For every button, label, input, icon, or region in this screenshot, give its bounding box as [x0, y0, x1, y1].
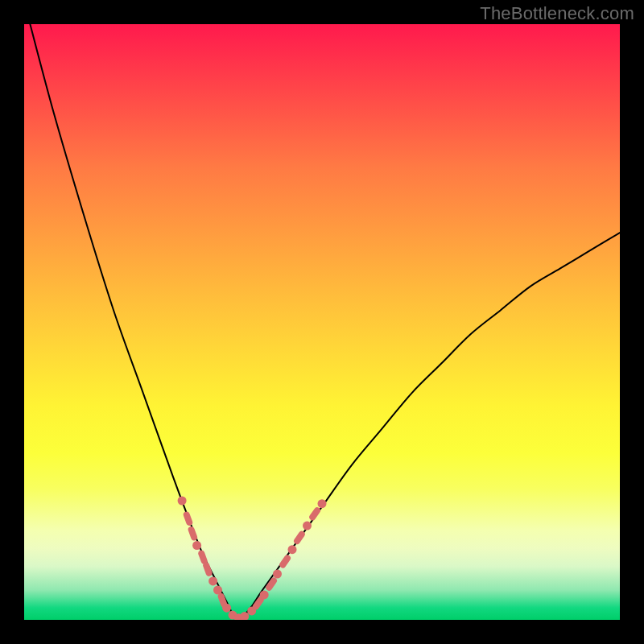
curve-marker	[288, 545, 297, 554]
curve-markers	[178, 497, 327, 621]
curve-marker	[183, 510, 194, 526]
curve-layer	[24, 24, 620, 620]
curve-marker	[303, 522, 312, 530]
curve-marker	[188, 526, 199, 542]
curve-marker	[208, 576, 217, 585]
curve-marker	[318, 499, 327, 508]
curve-marker	[202, 561, 213, 577]
curve-marker	[240, 612, 249, 620]
curve-marker	[178, 497, 187, 506]
curve-marker	[192, 541, 201, 550]
bottleneck-curve	[30, 24, 620, 620]
curve-marker	[222, 604, 231, 613]
curve-marker	[273, 570, 282, 579]
chart-frame: TheBottleneck.com	[0, 0, 644, 644]
curve-marker	[260, 590, 269, 599]
plot-area	[24, 24, 620, 620]
curve-marker	[308, 506, 322, 522]
curve-marker	[279, 554, 292, 569]
watermark-text: TheBottleneck.com	[480, 3, 634, 24]
curve-marker	[213, 586, 222, 595]
